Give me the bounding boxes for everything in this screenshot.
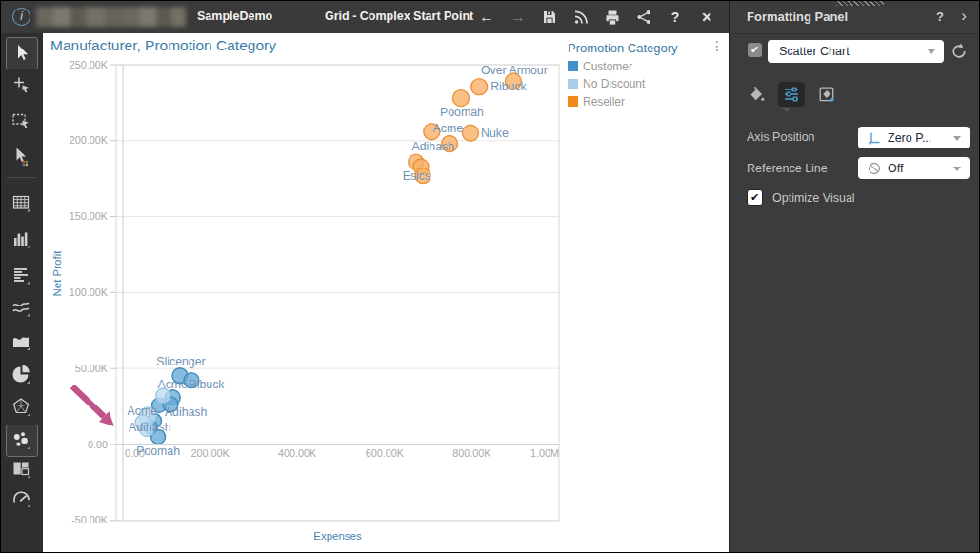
legend-swatch: [568, 61, 578, 71]
chart-type-value: Scatter Chart: [779, 45, 850, 58]
optimize-visual-checkbox[interactable]: ✔: [747, 189, 763, 206]
data-point-label: Adihash: [412, 140, 455, 153]
print-icon[interactable]: [602, 7, 623, 28]
toolbar-divider: [7, 177, 36, 178]
scatter-chart-widget[interactable]: Manufacturer, Promotion Category 250.00K…: [43, 33, 729, 553]
tool-area-chart[interactable]: [10, 330, 33, 353]
reset-icon[interactable]: [949, 41, 970, 66]
data-point-label: Acme: [157, 378, 188, 391]
formatting-panel-header: Formatting Panel ? ›: [730, 0, 980, 34]
tab-settings[interactable]: [778, 82, 805, 107]
close-icon[interactable]: ✕: [696, 7, 717, 28]
tool-scatter-chart[interactable]: [10, 429, 33, 452]
tool-column-chart[interactable]: [10, 228, 33, 251]
x-tick-label: 200.00K: [190, 447, 230, 459]
save-icon[interactable]: [539, 7, 560, 28]
help-icon[interactable]: ?: [665, 7, 686, 28]
data-point-label: Poomah: [440, 106, 484, 119]
x-axis-title: Expenses: [313, 530, 362, 542]
legend-label: Customer: [583, 60, 632, 73]
legend-label: Reseller: [583, 95, 625, 109]
selected-tab-notch: [782, 108, 791, 112]
panel-help-icon[interactable]: ?: [936, 0, 944, 33]
tool-line-chart[interactable]: [10, 297, 33, 320]
tab-data-format[interactable]: [813, 82, 840, 107]
tool-grid-view[interactable]: [10, 192, 33, 215]
chart-type-dropdown[interactable]: Scatter Chart: [768, 40, 944, 63]
reference-line-value: Off: [888, 162, 903, 175]
y-tick-label: 50.00K: [75, 363, 109, 374]
info-icon[interactable]: i: [12, 8, 30, 26]
x-tick-label: 800.00K: [452, 447, 491, 459]
tool-marquee-select[interactable]: [10, 110, 33, 133]
scatter-plot[interactable]: 250.00K200.00K150.00K100.00K50.00K0.00-5…: [43, 33, 729, 553]
x-tick-label: 1.00M: [530, 447, 559, 459]
tool-add-pointer[interactable]: [10, 74, 33, 97]
chevron-down-icon: [928, 49, 935, 54]
off-circle-icon: [867, 161, 882, 176]
data-point-label: Acme: [128, 405, 158, 418]
data-point-label: Poomah: [136, 444, 180, 458]
legend-title: Promotion Category: [568, 41, 710, 55]
legend-menu-icon[interactable]: ⋮: [710, 41, 724, 50]
data-point-label: Acme: [433, 122, 464, 135]
data-point-reseller[interactable]: [463, 125, 479, 141]
y-tick-label: 150.00K: [70, 210, 109, 222]
feed-icon[interactable]: [570, 7, 591, 28]
tool-pie-chart[interactable]: [10, 364, 33, 386]
data-point-label: Ribuck: [189, 378, 225, 391]
reference-line-label: Reference Line: [747, 162, 828, 175]
annotation-arrow: [72, 386, 104, 417]
chart-type-checkbox[interactable]: ✔: [748, 43, 762, 57]
tool-select[interactable]: [10, 42, 33, 65]
axis-position-value: Zero P...: [888, 131, 931, 145]
tool-gauge[interactable]: [10, 487, 33, 510]
tool-radar-chart[interactable]: [10, 396, 33, 419]
legend-item[interactable]: Customer: [568, 60, 726, 73]
data-point-label: Slicenger: [156, 355, 205, 368]
panel-collapse-icon[interactable]: ›: [961, 0, 967, 31]
data-point-reseller[interactable]: [452, 90, 469, 107]
legend-swatch: [568, 96, 578, 107]
legend-item[interactable]: No Discount: [568, 77, 726, 90]
data-point-reseller[interactable]: [471, 79, 488, 95]
data-point-label: Ribuck: [490, 80, 527, 93]
share-icon[interactable]: [633, 7, 654, 28]
y-axis-title: Net Profit: [51, 250, 63, 297]
data-point-label: Adihash: [129, 421, 171, 434]
visualization-toolbar: [0, 33, 43, 553]
workbook-title: SampleDemo: [197, 0, 272, 33]
y-tick-label: 0.00: [88, 439, 108, 450]
redacted-workbook-name: [36, 7, 186, 27]
forward-icon[interactable]: →: [508, 7, 529, 28]
tab-style[interactable]: [743, 82, 770, 107]
y-tick-label: 100.00K: [70, 286, 109, 298]
chevron-down-icon: [953, 167, 961, 171]
x-tick-label: 400.00K: [278, 447, 317, 459]
view-title: Grid - Complex Start Point: [325, 0, 473, 33]
legend-swatch: [568, 79, 578, 89]
data-point-label: Adihash: [165, 405, 208, 419]
y-tick-label: 250.00K: [70, 59, 109, 70]
tool-multi-select[interactable]: [10, 146, 33, 168]
panel-tabs: [743, 82, 840, 107]
app-window: i SampleDemo Grid - Complex Start Point …: [0, 0, 980, 553]
legend-item[interactable]: Reseller: [568, 95, 726, 109]
axis-position-label: Axis Position: [747, 130, 815, 144]
legend-label: No Discount: [583, 77, 645, 90]
tool-treemap[interactable]: [10, 458, 33, 481]
x-tick-label: 600.00K: [366, 447, 405, 459]
chevron-down-icon: [953, 136, 961, 141]
axis-zero-icon: [867, 130, 882, 146]
data-point-label: Nuke: [481, 127, 509, 140]
tool-bar-chart[interactable]: [10, 265, 33, 287]
top-bar: i SampleDemo Grid - Complex Start Point …: [0, 0, 729, 33]
y-tick-label: 200.00K: [70, 134, 109, 146]
formatting-panel: Formatting Panel ? › ✔ Scatter Chart Axi…: [729, 0, 980, 553]
y-tick-label: -50.00K: [71, 514, 109, 525]
data-point-label: Esics: [403, 169, 430, 183]
reference-line-dropdown[interactable]: Off: [858, 157, 970, 179]
formatting-panel-title: Formatting Panel: [747, 0, 848, 33]
back-icon[interactable]: ←: [476, 7, 497, 28]
axis-position-dropdown[interactable]: Zero P...: [858, 127, 970, 148]
